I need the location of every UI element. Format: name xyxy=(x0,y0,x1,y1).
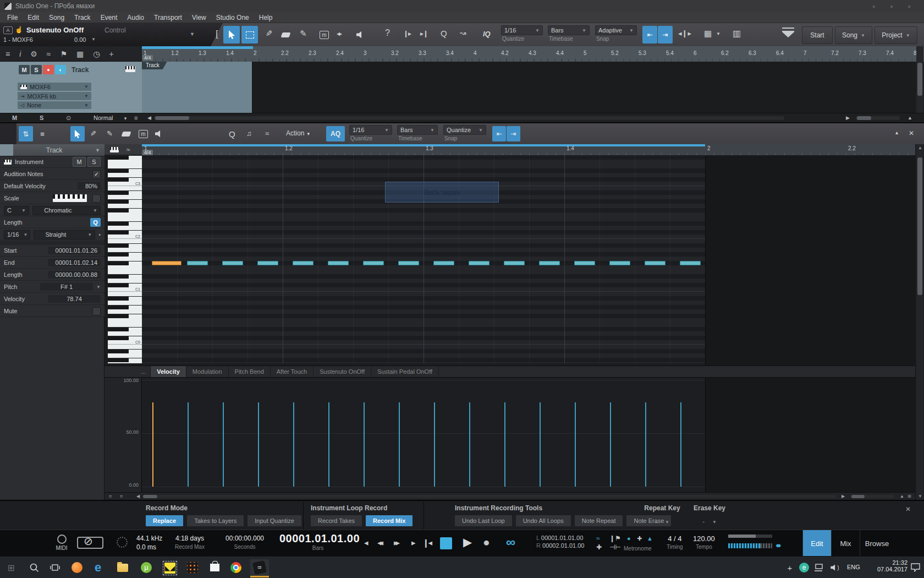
editor-paint-tool-icon[interactable]: ✎ xyxy=(107,129,113,138)
project-page-button[interactable]: Project▼ xyxy=(875,26,917,44)
editor-timebase-value[interactable]: Bars xyxy=(400,127,413,133)
windows-store-icon[interactable] xyxy=(208,561,221,574)
menu-file[interactable]: File xyxy=(2,12,23,23)
lane-tab-sustain-pedal-onoff[interactable]: Sustain Pedal OnOff xyxy=(371,366,439,377)
rewind-button[interactable]: ◂◂ xyxy=(377,538,381,548)
quantize-selector[interactable]: 1/16▼ Quantize xyxy=(501,25,543,42)
velocity-bar[interactable] xyxy=(223,402,224,487)
clock-tray[interactable]: 21:32 07.04.2017 xyxy=(868,559,908,572)
piano-key-black[interactable] xyxy=(108,252,142,257)
automation-mode-box[interactable]: A xyxy=(3,26,13,34)
power-icon[interactable]: ⊙ xyxy=(66,114,71,122)
chevron-down-icon[interactable]: ▼ xyxy=(19,232,28,237)
maximize-icon[interactable]: ● xyxy=(890,3,893,9)
precount-icon[interactable]: ● xyxy=(627,535,631,542)
snap-end-button[interactable]: ⇥ xyxy=(658,26,673,43)
piano-key-black[interactable] xyxy=(108,168,142,173)
midi-note[interactable] xyxy=(398,261,419,265)
curve-icon[interactable]: ≈ xyxy=(127,146,130,154)
metronome-icon[interactable]: ▲ xyxy=(647,535,653,542)
piano-key-black[interactable] xyxy=(108,305,142,309)
editor-loop-range-bar[interactable] xyxy=(142,144,705,146)
chevron-down-icon[interactable]: ▼ xyxy=(579,28,586,33)
arrange-track-lane[interactable]: Track xyxy=(142,62,924,113)
metronome-setup-icon[interactable]: ✚ xyxy=(637,535,642,542)
repeat-key-dropdown[interactable]: Repeat Key-▼ xyxy=(637,504,688,526)
piano-key-black[interactable] xyxy=(108,327,142,331)
note-pitch-value[interactable]: F# 1 xyxy=(40,283,93,291)
piano-key-white[interactable] xyxy=(108,301,142,305)
chevron-down-icon[interactable]: ▼ xyxy=(306,132,311,137)
length-quantize-button[interactable]: Q xyxy=(90,218,101,227)
velocity-bar[interactable] xyxy=(610,402,611,487)
arrange-vertical-scrollbar[interactable] xyxy=(916,46,923,113)
file-explorer-icon[interactable] xyxy=(116,561,129,574)
split-tool-icon[interactable]: ◂▸ xyxy=(337,30,341,37)
piano-key-white[interactable] xyxy=(108,217,142,221)
piano-key-black[interactable] xyxy=(108,177,142,182)
stop-button[interactable] xyxy=(440,537,452,549)
grid-app-icon[interactable] xyxy=(186,561,199,574)
velocity-bar[interactable] xyxy=(328,402,329,487)
midi-note[interactable] xyxy=(222,261,243,265)
note-length-value[interactable]: 00000.00.00.88 xyxy=(48,271,101,279)
record-button-takes-to-layers[interactable]: Takes to Layers xyxy=(187,515,244,526)
utorrent-icon[interactable]: µ xyxy=(140,561,153,574)
edge-browser-icon[interactable]: e xyxy=(91,561,105,574)
chevron-down-icon[interactable]: ▼ xyxy=(95,148,100,153)
play-to-icon[interactable]: ▸❙ xyxy=(420,30,428,37)
tempo-value[interactable]: 120.00 xyxy=(693,535,715,543)
macro-curve-icon[interactable]: ≈ xyxy=(265,129,269,138)
auto-quantize-button[interactable]: AQ xyxy=(326,126,345,141)
minimize-icon[interactable]: ● xyxy=(872,3,876,9)
track-name[interactable]: Track xyxy=(72,66,89,74)
tuning-icon[interactable]: ✚ xyxy=(596,543,602,551)
chevron-down-icon[interactable]: ▼ xyxy=(83,232,92,237)
marquee-tool-button[interactable] xyxy=(241,26,258,43)
input-device-select[interactable]: ⇥ MOXF6 kb ▼ xyxy=(18,92,91,100)
add-track-icon[interactable]: + xyxy=(109,50,114,58)
listen-tool-icon[interactable] xyxy=(356,31,364,39)
midi-note[interactable] xyxy=(609,261,630,265)
piano-key-white[interactable]: C2 xyxy=(108,235,142,239)
velocity-bar[interactable] xyxy=(434,402,435,487)
velocity-bar[interactable] xyxy=(504,402,505,487)
song-page-button[interactable]: Song▼ xyxy=(835,26,872,44)
help-tool-icon[interactable]: ? xyxy=(385,28,390,38)
chevron-down-icon[interactable]: ▼ xyxy=(84,84,89,89)
record-button-undo-last-loop[interactable]: Undo Last Loop xyxy=(455,515,512,526)
zoom-slider-thumb[interactable] xyxy=(851,495,865,498)
scrollbar-thumb[interactable] xyxy=(143,495,157,498)
chevron-down-icon[interactable]: ▼ xyxy=(89,208,97,213)
arrange-timeline-ruler[interactable]: 4/4 11.21.31.422.22.32.433.23.33.444.24.… xyxy=(142,46,924,62)
velocity-bar[interactable] xyxy=(293,402,294,487)
menu-audio[interactable]: Audio xyxy=(122,12,149,23)
piano-key-white[interactable] xyxy=(108,160,142,164)
timebase-selector[interactable]: Bars▼ Timebase xyxy=(548,25,590,42)
close-record-panel-icon[interactable]: ✕ xyxy=(905,505,911,513)
piano-key-black[interactable] xyxy=(108,274,142,279)
bend-tool-icon[interactable]: ↝ xyxy=(460,29,466,37)
chevron-down-icon[interactable]: ▼ xyxy=(427,128,435,133)
language-indicator[interactable]: ENG xyxy=(847,564,860,570)
editor-snap-start-button[interactable]: ⇤ xyxy=(492,126,506,141)
feel-select[interactable]: Straight▼ xyxy=(34,230,95,239)
automation-parameter[interactable]: Sustenuto OnOff xyxy=(26,26,84,34)
lane-tab-modulation[interactable]: Modulation xyxy=(186,366,228,377)
task-view-icon[interactable] xyxy=(48,561,62,574)
play-from-icon[interactable]: ❙▸ xyxy=(403,30,411,37)
grid-view-icon[interactable]: ▦ xyxy=(704,29,712,39)
snap-relative-icon[interactable]: ◂❙▸ xyxy=(678,29,691,37)
midi-note[interactable] xyxy=(257,261,278,265)
piano-key-black[interactable] xyxy=(108,230,142,235)
expand-panel-icon[interactable]: ▴ xyxy=(895,129,898,135)
velocity-bar[interactable] xyxy=(188,402,189,487)
editor-solo-button[interactable]: S xyxy=(87,157,101,167)
velocity-bar[interactable] xyxy=(575,402,576,487)
menu-help[interactable]: Help xyxy=(254,12,278,23)
midi-note[interactable] xyxy=(504,261,525,265)
horizontal-scrollbar[interactable] xyxy=(154,116,784,120)
lane-tab-after-touch[interactable]: After Touch xyxy=(270,366,313,377)
loop-right-value[interactable]: 00002.01.01.00 xyxy=(542,542,584,549)
note-velocity-value[interactable]: 78.74 xyxy=(48,295,101,303)
